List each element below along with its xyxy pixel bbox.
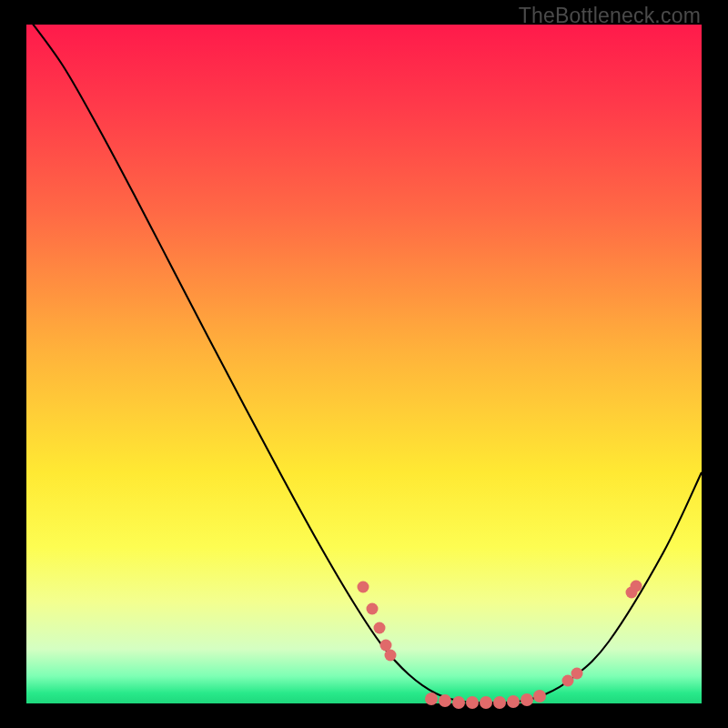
data-marker xyxy=(452,696,465,709)
data-marker xyxy=(358,581,369,593)
data-marker xyxy=(493,696,506,709)
data-marker xyxy=(374,622,386,634)
data-marker xyxy=(571,668,583,680)
chart-svg xyxy=(26,25,702,703)
data-marker xyxy=(533,690,546,703)
bottleneck-curve xyxy=(26,15,702,703)
data-marker xyxy=(425,693,438,705)
data-marker xyxy=(507,695,520,708)
data-marker xyxy=(521,693,533,706)
data-marker xyxy=(367,603,379,615)
data-marker xyxy=(466,696,479,709)
watermark-text: TheBottleneck.com xyxy=(519,4,701,28)
curve-markers xyxy=(358,581,642,710)
chart-plot-area xyxy=(26,25,702,703)
data-marker xyxy=(439,694,451,707)
data-marker xyxy=(480,696,492,709)
data-marker xyxy=(385,650,397,662)
data-marker xyxy=(631,581,642,592)
